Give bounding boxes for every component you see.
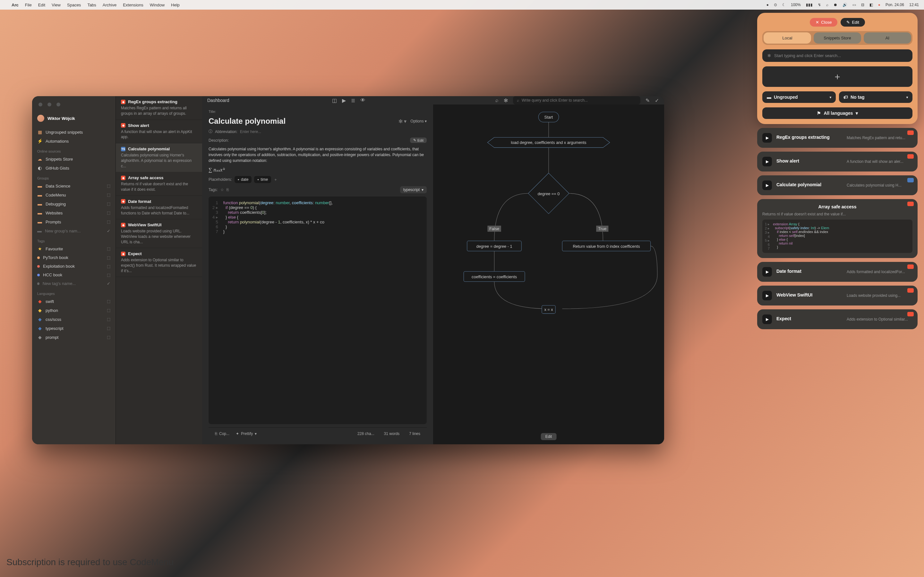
panel-search[interactable]: ✻Start typing and click Enter search... [762, 49, 913, 62]
check-icon[interactable]: ✓ [107, 229, 110, 234]
new-tag-field[interactable] [43, 281, 103, 286]
edit-description-button[interactable]: ✎ Edit [410, 137, 427, 143]
new-group-input[interactable]: ▬✓ [32, 226, 115, 235]
control-center-icon[interactable]: ⊟ [861, 3, 864, 7]
menu-tabs[interactable]: Tabs [87, 3, 96, 7]
nav-automations[interactable]: ⚡Automations [32, 137, 115, 145]
bluetooth-icon[interactable]: ↯ [818, 3, 821, 7]
check-icon[interactable]: ✓ [107, 281, 110, 286]
sidebar-toggle-icon[interactable]: ◫ [332, 97, 337, 103]
group-item[interactable]: ▬Debugging⬚ [32, 199, 115, 208]
tab-ai[interactable]: AI [864, 32, 911, 44]
snippet-card-expanded[interactable]: Array safe access Returns nl if value do… [757, 199, 918, 258]
snippet-item[interactable]: ◆Date formatAdds formatted and localized… [116, 196, 202, 219]
menu-view[interactable]: View [52, 3, 61, 7]
moon-icon[interactable]: ☾ [782, 3, 786, 7]
abbreviation-input[interactable] [240, 129, 288, 134]
snippet-card[interactable]: ▶RegEx groups extractingMatches RegEx pa… [757, 128, 918, 148]
language-filter[interactable]: ⚑All languages ▾ [762, 107, 913, 119]
code-editor[interactable]: 12 ▸34 ▸567 function polynomial(degree: … [208, 197, 427, 424]
snippet-card[interactable]: ▶ExpectAdds extension to Optional simila… [757, 309, 918, 329]
copy-button[interactable]: ⎘ Cop... [215, 432, 229, 436]
star-icon[interactable]: ☆ [220, 187, 224, 192]
language-select[interactable]: typescript ▾ [400, 186, 427, 193]
play-button[interactable]: ▶ [762, 267, 772, 277]
time[interactable]: 12:41 [909, 3, 919, 7]
tag-filter[interactable]: 🏷No tag▾ [839, 91, 913, 103]
compose-icon[interactable]: ✎ [646, 97, 650, 103]
snippet-card[interactable]: ▶WebView SwiftUILoads website provided u… [757, 285, 918, 306]
lang-item[interactable]: ◆css/scss⬚ [32, 315, 115, 324]
nav-ungrouped[interactable]: ▦Ungrouped snippets [32, 127, 115, 137]
prettify-button[interactable]: ✦ Prettify ▾ [236, 432, 257, 436]
nav-github-gists[interactable]: ◐GitHub Gists [32, 163, 115, 172]
date[interactable]: Pon. 24.06 [885, 3, 904, 7]
menu-extensions[interactable]: Extensions [123, 3, 144, 7]
snippet-card[interactable]: ▶Date formatAdds formatted and localized… [757, 262, 918, 282]
lang-item[interactable]: ◆typescript⬚ [32, 324, 115, 333]
brain-icon[interactable]: ✻ [504, 97, 508, 103]
tag-item[interactable]: Exploitation book⬚ [32, 262, 115, 271]
menu-edit[interactable]: Edit [38, 3, 45, 7]
new-group-field[interactable] [45, 229, 103, 234]
placeholder-chip[interactable]: ▪ time [254, 176, 271, 183]
mic-icon[interactable]: ⏺ [834, 3, 837, 7]
play-button[interactable]: ▶ [762, 314, 772, 324]
lang-item[interactable]: ◆swift⬚ [32, 297, 115, 306]
play-icon[interactable]: ▶ [342, 97, 346, 103]
search-input[interactable]: ⌕Write query and click Enter to search..… [513, 96, 640, 105]
add-snippet-button[interactable]: ＋ [762, 66, 913, 87]
play-button[interactable]: ▶ [762, 291, 772, 300]
minimize-window[interactable] [47, 103, 51, 106]
snippet-item[interactable]: ◆RegEx groups extractingMatches RegEx pa… [116, 96, 202, 120]
volume-icon[interactable]: 🔊 [843, 3, 847, 7]
menu-window[interactable]: Window [150, 3, 165, 7]
snippet-item[interactable]: ◆WebView SwiftUILoads website provided u… [116, 219, 202, 248]
lang-item[interactable]: ◆prompt⬚ [32, 333, 115, 342]
group-item[interactable]: ▬Prompts⬚ [32, 218, 115, 226]
edit-button[interactable]: ✎ Edit [841, 18, 865, 27]
placeholder-chip[interactable]: ▪ date [234, 176, 252, 183]
search-icon[interactable]: ⌕ [495, 97, 499, 103]
check-icon[interactable]: ✓ [655, 97, 659, 103]
eye-icon[interactable]: 👁 [360, 97, 365, 103]
stack-icon[interactable]: ≣ [351, 97, 355, 103]
close-window[interactable] [39, 103, 42, 106]
ai-icon[interactable]: ✻ ▾ [399, 118, 407, 124]
new-tag-input[interactable]: ✓ [32, 279, 115, 288]
play-button[interactable]: ▶ [762, 181, 772, 190]
group-item[interactable]: ▬Data Science⬚ [32, 181, 115, 190]
tab-local[interactable]: Local [764, 32, 811, 44]
group-filter[interactable]: ▬Ungrouped▾ [762, 91, 836, 103]
menu-help[interactable]: Help [171, 3, 180, 7]
play-button[interactable]: ▶ [762, 157, 772, 166]
play-button[interactable]: ▶ [762, 133, 772, 143]
tab-store[interactable]: Snippets Store [814, 32, 861, 44]
menu-spaces[interactable]: Spaces [67, 3, 81, 7]
snippet-card[interactable]: ▶Calculate polynomialCalculates polynomi… [757, 175, 918, 195]
dot-icon[interactable]: ● [878, 3, 880, 7]
cloud-icon[interactable]: ⊙ [774, 3, 777, 7]
snippet-item-selected[interactable]: TSCalculate polynomialCalculates polynom… [116, 143, 202, 172]
options-menu[interactable]: Options ▾ [410, 119, 427, 123]
snippet-item[interactable]: ◆Show alertA function that will show an … [116, 120, 202, 143]
user-profile[interactable]: Wiktor Wójcik [32, 112, 115, 124]
nav-snippets-store[interactable]: ☁Snippets Store [32, 155, 115, 163]
group-item[interactable]: ▬CodeMenu⬚ [32, 190, 115, 199]
app-name[interactable]: Arc [11, 3, 19, 7]
app-icon[interactable]: ◧ [869, 3, 873, 7]
lang-item[interactable]: ◆python⬚ [32, 306, 115, 315]
tag-item[interactable]: PyTorch book⬚ [32, 253, 115, 262]
record-icon[interactable]: ● [766, 3, 769, 7]
snippet-card[interactable]: ▶Show alertA function that will show an … [757, 152, 918, 171]
menu-archive[interactable]: Archive [103, 3, 116, 7]
snippet-item[interactable]: ◆Array safe accessReturns nl if value do… [116, 172, 202, 196]
search-icon[interactable]: ⌕ [826, 3, 829, 7]
tag-item[interactable]: HCC book⬚ [32, 271, 115, 279]
tray-icon[interactable]: ▭ [853, 3, 856, 7]
menu-file[interactable]: File [25, 3, 32, 7]
group-item[interactable]: ▬Websites⬚ [32, 208, 115, 218]
maximize-window[interactable] [57, 103, 60, 106]
tag-item[interactable]: ★Favourite⬚ [32, 244, 115, 253]
snippet-item[interactable]: ◆ExpectAdds extension to Optional simila… [116, 248, 202, 277]
